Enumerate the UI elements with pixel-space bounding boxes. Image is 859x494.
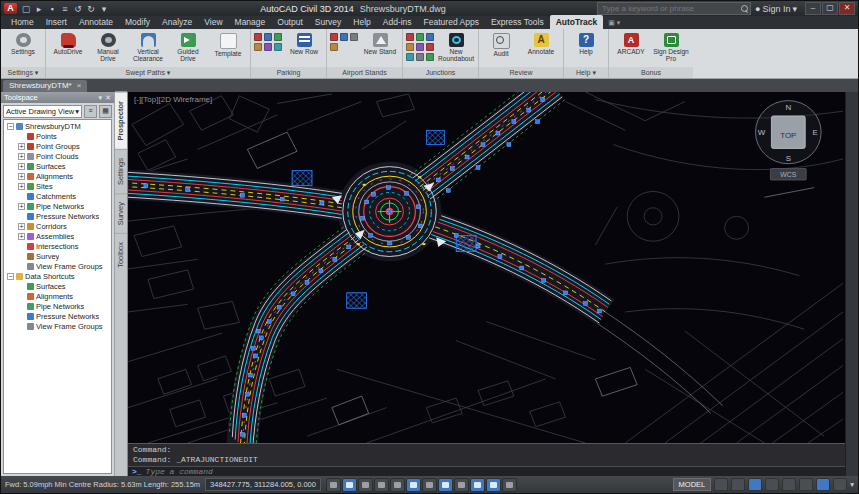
toolspace-header[interactable]: Toolspace ▾ ✕ [1,92,114,103]
ortho-toggle[interactable] [374,478,389,492]
app-logo-icon[interactable]: A [4,3,17,14]
tool-icon[interactable] [330,33,338,41]
otrack-toggle[interactable] [438,478,453,492]
template-button[interactable]: Template [209,31,247,59]
tab-toolspace-survey[interactable]: Survey [115,193,127,233]
view-selector-dropdown[interactable]: Active Drawing View ▾ [3,105,82,118]
tool-icon[interactable] [416,43,424,51]
tab-analyze[interactable]: Analyze [156,15,198,29]
tab-toolbox[interactable]: Toolbox [115,233,127,276]
annotate-button[interactable]: A Annotate [522,31,560,57]
panel-label-settings[interactable]: Settings ▾ [1,67,45,78]
tab-survey[interactable]: Survey [309,15,347,29]
maximize-button[interactable]: ▢ [822,2,838,15]
ribbon-options-icon[interactable]: ▣ ▾ [603,17,625,29]
tool-icon[interactable] [254,43,262,51]
expand-icon[interactable] [18,183,25,190]
tool-icon[interactable] [274,33,282,41]
tree-item-drawing[interactable]: ShrewsburyDTM [4,121,111,131]
autohide-icon[interactable]: ▾ [99,94,103,102]
new-roundabout-button[interactable]: New Roundabout [437,31,475,64]
new-row-button[interactable]: New Row [285,31,323,57]
autodrive-button[interactable]: AutoDrive [49,31,87,57]
panel-label-help[interactable]: Help ▾ [564,67,608,78]
search-icon[interactable] [741,5,748,12]
palette-button-1[interactable]: ≡ [84,105,97,118]
expand-icon[interactable] [18,143,25,150]
expand-icon[interactable] [18,163,25,170]
tree-item-assemblies[interactable]: Assemblies [4,231,111,241]
panel-label-bonus[interactable]: Bonus [609,67,693,78]
tab-prospector[interactable]: Prospector [115,92,127,149]
tree-item-points[interactable]: Points [4,131,111,141]
tab-insert[interactable]: Insert [40,15,73,29]
quick-properties-toggle[interactable] [502,478,517,492]
tool-icon[interactable] [330,43,338,51]
expand-icon[interactable] [18,153,25,160]
tree-item-ds-pipe-networks[interactable]: Pipe Networks [4,301,111,311]
tab-manage[interactable]: Manage [229,15,272,29]
tree-item-ds-surfaces[interactable]: Surfaces [4,281,111,291]
new-stand-button[interactable]: New Stand [361,31,399,57]
viewport-controls[interactable]: [-][Top][2D Wireframe] [134,95,212,104]
tool-icon[interactable] [340,33,348,41]
new-icon[interactable]: ▢ [21,4,31,14]
tab-express-tools[interactable]: Express Tools [485,15,550,29]
sign-design-pro-button[interactable]: Sign Design Pro [652,31,690,64]
tree-item-ds-pressure-networks[interactable]: Pressure Networks [4,311,111,321]
tool-icon[interactable] [406,33,414,41]
grid-toggle[interactable] [358,478,373,492]
tab-help[interactable]: Help [347,15,376,29]
tree-item-pressure-networks[interactable]: Pressure Networks [4,211,111,221]
tab-annotate[interactable]: Annotate [73,15,119,29]
tool-icon[interactable] [426,43,434,51]
status-menu-icon[interactable]: ▾ [850,480,854,489]
coordinates-readout[interactable]: 348427.775, 311284.005, 0.000 [205,478,321,491]
tree-item-survey[interactable]: Survey [4,251,111,261]
expand-icon[interactable] [18,223,25,230]
tool-icon[interactable] [274,43,282,51]
tool-icon[interactable] [416,53,424,61]
audit-button[interactable]: Audit [482,31,520,59]
tree-item-sites[interactable]: Sites [4,181,111,191]
expand-icon[interactable] [18,203,25,210]
tool-icon[interactable] [254,33,262,41]
close-button[interactable]: ✕ [839,2,855,15]
tree-item-ds-alignments[interactable]: Alignments [4,291,111,301]
undo-icon[interactable]: ↺ [73,4,83,14]
tree-item-point-groups[interactable]: Point Groups [4,141,111,151]
minimize-button[interactable]: – [805,2,821,15]
panel-label-swept-paths[interactable]: Swept Paths ▾ [46,67,250,78]
panel-label-review[interactable]: Review [479,67,563,78]
tool-icon[interactable] [426,53,434,61]
workspace-switch-icon[interactable] [782,478,796,491]
search-input[interactable] [600,3,738,14]
tool-icon[interactable] [406,43,414,51]
palette-button-2[interactable]: ▦ [99,105,112,118]
close-icon[interactable]: ✕ [105,94,111,102]
guided-drive-button[interactable]: Guided Drive [169,31,207,64]
annotation-scale-icon[interactable] [748,478,762,491]
open-icon[interactable]: ▸ [34,4,44,14]
tab-featured-apps[interactable]: Featured Apps [418,15,485,29]
tab-toolspace-settings[interactable]: Settings [115,149,127,193]
tree-item-data-shortcuts[interactable]: Data Shortcuts [4,271,111,281]
tree-item-corridors[interactable]: Corridors [4,221,111,231]
model-space-drawing[interactable]: TOP N W S E WCS [128,92,845,443]
tab-autotrack[interactable]: AutoTrack [550,15,604,29]
annotation-visibility-icon[interactable] [765,478,779,491]
arcady-button[interactable]: A ARCADY [612,31,650,57]
file-tab-shrewsburydtm[interactable]: ShrewsburyDTM* × [3,80,87,92]
model-space-button[interactable]: MODEL [673,478,712,491]
qat-dropdown-icon[interactable]: ▾ [99,4,109,14]
tree-item-catchments[interactable]: Catchments [4,191,111,201]
dynamic-input-toggle[interactable] [470,478,485,492]
tab-modify[interactable]: Modify [119,15,156,29]
expand-icon[interactable] [18,233,25,240]
isolate-objects-icon[interactable] [816,478,830,491]
tool-icon[interactable] [350,33,358,41]
manual-drive-button[interactable]: Manual Drive [89,31,127,64]
tab-addins[interactable]: Add-ins [377,15,418,29]
help-button[interactable]: ? Help [567,31,605,57]
tool-icon[interactable] [264,33,272,41]
